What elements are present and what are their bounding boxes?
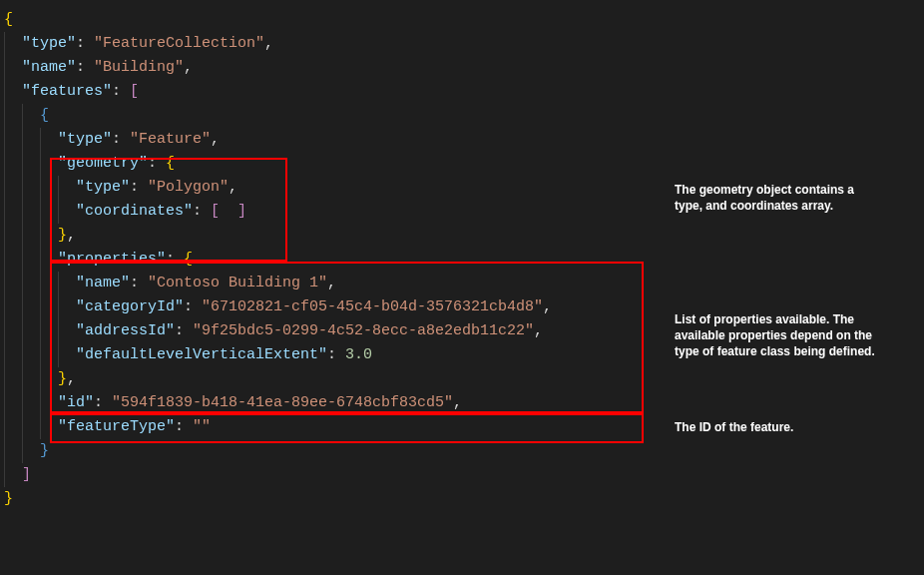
json-key: "defaultLevelVerticalExtent": [76, 346, 327, 363]
json-string: "67102821-cf05-45c4-b04d-3576321cb4d8": [202, 298, 543, 315]
json-key: "coordinates": [76, 203, 193, 220]
json-key: "name": [76, 275, 130, 291]
json-key: "geometry": [58, 155, 148, 172]
json-string: "9f25bdc5-0299-4c52-8ecc-a8e2edb11c22": [193, 322, 534, 339]
annotation-id: The ID of the feature.: [675, 419, 884, 435]
json-key: "name": [22, 59, 76, 76]
json-string: "FeatureCollection": [94, 35, 264, 52]
json-string: "Polygon": [148, 179, 229, 196]
code-line: "type": "FeatureCollection",: [4, 32, 920, 56]
code-line: },: [4, 367, 920, 391]
code-block: { "type": "FeatureCollection", "name": "…: [0, 0, 924, 519]
json-key: "features": [22, 83, 112, 100]
json-key: "id": [58, 394, 94, 411]
code-line: "features": [: [4, 80, 920, 104]
json-key: "featureType": [58, 418, 175, 435]
json-key: "addressId": [76, 322, 175, 339]
json-key: "type": [58, 131, 112, 148]
code-line: "id": "594f1839-b418-41ea-89ee-6748cbf83…: [4, 391, 920, 415]
annotation-properties: List of properties available. The availa…: [675, 311, 884, 360]
json-key: "type": [22, 35, 76, 52]
code-line: }: [4, 439, 920, 463]
code-line: ]: [4, 463, 920, 487]
code-line: "name": "Building",: [4, 56, 920, 80]
json-string: "Feature": [130, 131, 211, 148]
json-string: "": [193, 418, 211, 435]
code-line: },: [4, 224, 920, 248]
code-line: "properties": {: [4, 248, 920, 272]
annotation-geometry: The geometry object contains a type, and…: [675, 182, 884, 214]
json-number: 3.0: [345, 346, 372, 363]
code-line: "name": "Contoso Building 1",: [4, 272, 920, 295]
code-line: {: [4, 104, 920, 128]
code-line: {: [4, 8, 920, 32]
json-string: "594f1839-b418-41ea-89ee-6748cbf83cd5": [112, 394, 453, 411]
json-string: "Building": [94, 59, 184, 76]
json-string: "Contoso Building 1": [148, 275, 327, 291]
code-line: }: [4, 487, 920, 511]
json-key: "categoryId": [76, 298, 184, 315]
json-key: "type": [76, 179, 130, 196]
code-line: "type": "Feature",: [4, 128, 920, 152]
code-line: "geometry": {: [4, 152, 920, 176]
json-key: "properties": [58, 251, 166, 268]
